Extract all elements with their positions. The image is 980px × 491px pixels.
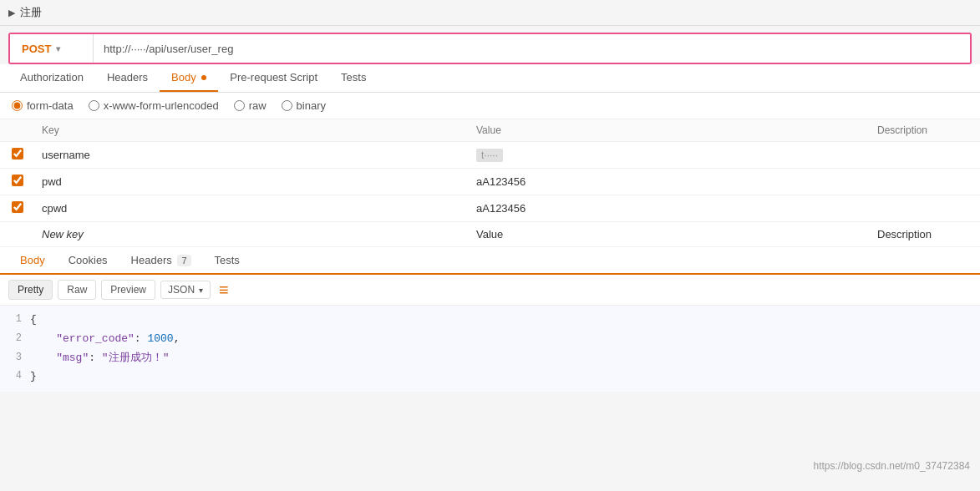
- tab-authorization[interactable]: Authorization: [8, 64, 95, 92]
- format-dropdown-arrow: ▾: [199, 286, 203, 295]
- row-3-key[interactable]: cpwd: [30, 195, 465, 222]
- watermark: https://blog.csdn.net/m0_37472384: [814, 460, 970, 472]
- tab-body[interactable]: Body: [160, 64, 218, 92]
- code-block: 1 { 2 "error_code": 1000, 3 "msg": "注册成功…: [0, 306, 980, 392]
- row-2-desc[interactable]: [866, 169, 980, 195]
- pretty-button[interactable]: Pretty: [8, 280, 53, 300]
- headers-badge: 7: [177, 255, 190, 266]
- response-tabs-row: Body Cookies Headers 7 Tests: [0, 247, 980, 275]
- row-2-key[interactable]: pwd: [30, 169, 465, 195]
- resp-tab-cookies[interactable]: Cookies: [57, 247, 119, 275]
- method-label: POST: [22, 43, 51, 55]
- row-1-key[interactable]: username: [30, 142, 465, 169]
- top-bar: ▶ 注册: [0, 0, 980, 26]
- desc-header: Description: [866, 119, 980, 142]
- row-3-desc[interactable]: [866, 195, 980, 222]
- row-2-value[interactable]: aA123456: [465, 169, 866, 195]
- urlencoded-option[interactable]: x-www-form-urlencoded: [89, 99, 219, 112]
- response-toolbar: Pretty Raw Preview JSON ▾ ≡: [0, 275, 980, 306]
- request-row: POST ▾: [8, 33, 972, 64]
- row-1-value[interactable]: t·····: [465, 142, 866, 169]
- form-data-option[interactable]: form-data: [12, 99, 74, 112]
- method-dropdown-arrow: ▾: [56, 44, 60, 53]
- request-tabs-row: Authorization Headers Body Pre-request S…: [0, 64, 980, 93]
- row-1-desc[interactable]: [866, 142, 980, 169]
- key-header: Key: [30, 119, 465, 142]
- new-key-row: New key Value Description: [0, 222, 980, 247]
- raw-button[interactable]: Raw: [58, 280, 96, 300]
- tab-tests[interactable]: Tests: [329, 64, 378, 92]
- breadcrumb-arrow: ▶: [8, 8, 15, 18]
- params-table: Key Value Description username t····· pw…: [0, 119, 980, 247]
- body-tab-dot: [201, 75, 206, 80]
- row-3-checkbox[interactable]: [12, 201, 23, 213]
- raw-option[interactable]: raw: [234, 99, 267, 112]
- wrap-icon[interactable]: ≡: [216, 281, 232, 300]
- new-key-cell[interactable]: New key: [30, 222, 465, 247]
- url-input[interactable]: [94, 34, 970, 63]
- preview-button[interactable]: Preview: [101, 280, 155, 300]
- table-row: pwd aA123456: [0, 169, 980, 195]
- row-1-checkbox[interactable]: [12, 148, 23, 159]
- new-value-cell[interactable]: Value: [465, 222, 866, 247]
- code-line-4: 4 }: [0, 367, 980, 387]
- new-desc-cell[interactable]: Description: [866, 222, 980, 247]
- format-select[interactable]: JSON ▾: [160, 281, 211, 299]
- tab-pre-request-script[interactable]: Pre-request Script: [218, 64, 329, 92]
- table-row: cpwd aA123456: [0, 195, 980, 222]
- table-row: username t·····: [0, 142, 980, 169]
- row-2-checkbox[interactable]: [12, 175, 23, 186]
- breadcrumb-label: 注册: [20, 5, 42, 20]
- binary-option[interactable]: binary: [282, 99, 326, 112]
- body-options: form-data x-www-form-urlencoded raw bina…: [0, 93, 980, 119]
- resp-tab-body[interactable]: Body: [8, 247, 57, 275]
- tab-headers[interactable]: Headers: [95, 64, 160, 92]
- code-line-2: 2 "error_code": 1000,: [0, 330, 980, 349]
- resp-tab-headers[interactable]: Headers 7: [119, 247, 203, 275]
- resp-tab-tests[interactable]: Tests: [203, 247, 251, 275]
- value-header: Value: [465, 119, 866, 142]
- format-label: JSON: [168, 284, 195, 296]
- method-button[interactable]: POST ▾: [10, 34, 94, 63]
- code-line-3: 3 "msg": "注册成功！": [0, 349, 980, 368]
- row-3-value[interactable]: aA123456: [465, 195, 866, 222]
- code-line-1: 1 {: [0, 311, 980, 330]
